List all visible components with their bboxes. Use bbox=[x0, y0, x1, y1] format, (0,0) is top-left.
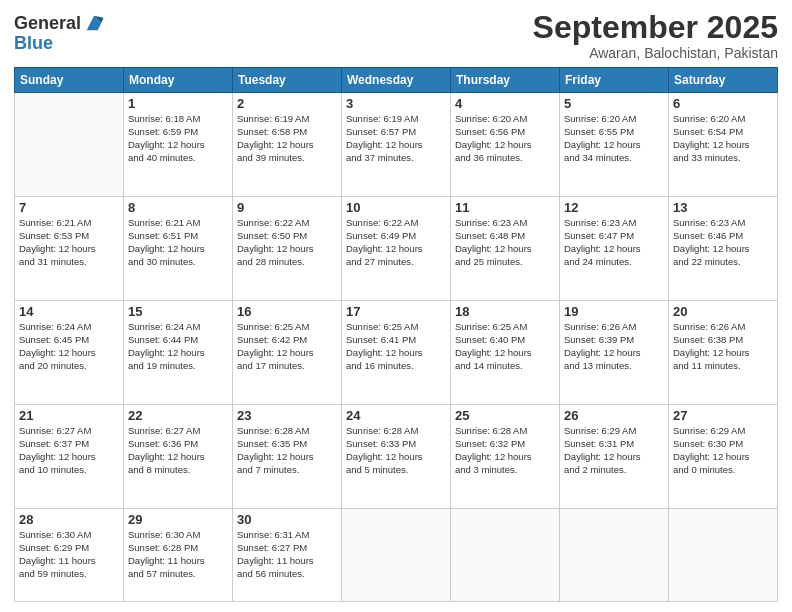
day-number: 10 bbox=[346, 200, 446, 215]
day-number: 16 bbox=[237, 304, 337, 319]
table-row: 24Sunrise: 6:28 AMSunset: 6:33 PMDayligh… bbox=[342, 405, 451, 509]
day-number: 21 bbox=[19, 408, 119, 423]
day-number: 6 bbox=[673, 96, 773, 111]
day-info: Sunrise: 6:31 AMSunset: 6:27 PMDaylight:… bbox=[237, 529, 337, 580]
page: General Blue September 2025 Awaran, Balo… bbox=[0, 0, 792, 612]
day-info: Sunrise: 6:21 AMSunset: 6:51 PMDaylight:… bbox=[128, 217, 228, 268]
calendar-header-row: Sunday Monday Tuesday Wednesday Thursday… bbox=[15, 68, 778, 93]
day-number: 11 bbox=[455, 200, 555, 215]
day-number: 27 bbox=[673, 408, 773, 423]
day-number: 12 bbox=[564, 200, 664, 215]
table-row: 13Sunrise: 6:23 AMSunset: 6:46 PMDayligh… bbox=[669, 197, 778, 301]
day-number: 30 bbox=[237, 512, 337, 527]
table-row: 6Sunrise: 6:20 AMSunset: 6:54 PMDaylight… bbox=[669, 93, 778, 197]
col-saturday: Saturday bbox=[669, 68, 778, 93]
table-row: 27Sunrise: 6:29 AMSunset: 6:30 PMDayligh… bbox=[669, 405, 778, 509]
table-row: 5Sunrise: 6:20 AMSunset: 6:55 PMDaylight… bbox=[560, 93, 669, 197]
table-row: 12Sunrise: 6:23 AMSunset: 6:47 PMDayligh… bbox=[560, 197, 669, 301]
day-info: Sunrise: 6:23 AMSunset: 6:46 PMDaylight:… bbox=[673, 217, 773, 268]
day-info: Sunrise: 6:29 AMSunset: 6:30 PMDaylight:… bbox=[673, 425, 773, 476]
day-info: Sunrise: 6:20 AMSunset: 6:54 PMDaylight:… bbox=[673, 113, 773, 164]
day-number: 22 bbox=[128, 408, 228, 423]
day-number: 8 bbox=[128, 200, 228, 215]
day-info: Sunrise: 6:23 AMSunset: 6:47 PMDaylight:… bbox=[564, 217, 664, 268]
day-number: 25 bbox=[455, 408, 555, 423]
table-row: 9Sunrise: 6:22 AMSunset: 6:50 PMDaylight… bbox=[233, 197, 342, 301]
table-row: 1Sunrise: 6:18 AMSunset: 6:59 PMDaylight… bbox=[124, 93, 233, 197]
day-number: 28 bbox=[19, 512, 119, 527]
table-row: 16Sunrise: 6:25 AMSunset: 6:42 PMDayligh… bbox=[233, 301, 342, 405]
table-row: 10Sunrise: 6:22 AMSunset: 6:49 PMDayligh… bbox=[342, 197, 451, 301]
table-row: 21Sunrise: 6:27 AMSunset: 6:37 PMDayligh… bbox=[15, 405, 124, 509]
day-info: Sunrise: 6:21 AMSunset: 6:53 PMDaylight:… bbox=[19, 217, 119, 268]
day-number: 18 bbox=[455, 304, 555, 319]
table-row: 17Sunrise: 6:25 AMSunset: 6:41 PMDayligh… bbox=[342, 301, 451, 405]
day-info: Sunrise: 6:28 AMSunset: 6:32 PMDaylight:… bbox=[455, 425, 555, 476]
table-row: 26Sunrise: 6:29 AMSunset: 6:31 PMDayligh… bbox=[560, 405, 669, 509]
location-subtitle: Awaran, Balochistan, Pakistan bbox=[533, 45, 778, 61]
day-info: Sunrise: 6:26 AMSunset: 6:38 PMDaylight:… bbox=[673, 321, 773, 372]
day-number: 14 bbox=[19, 304, 119, 319]
col-sunday: Sunday bbox=[15, 68, 124, 93]
day-number: 9 bbox=[237, 200, 337, 215]
logo-general: General bbox=[14, 14, 81, 34]
table-row: 29Sunrise: 6:30 AMSunset: 6:28 PMDayligh… bbox=[124, 509, 233, 602]
day-number: 23 bbox=[237, 408, 337, 423]
day-number: 29 bbox=[128, 512, 228, 527]
table-row: 11Sunrise: 6:23 AMSunset: 6:48 PMDayligh… bbox=[451, 197, 560, 301]
title-block: September 2025 Awaran, Balochistan, Paki… bbox=[533, 10, 778, 61]
day-info: Sunrise: 6:27 AMSunset: 6:37 PMDaylight:… bbox=[19, 425, 119, 476]
header: General Blue September 2025 Awaran, Balo… bbox=[14, 10, 778, 61]
day-number: 13 bbox=[673, 200, 773, 215]
day-info: Sunrise: 6:24 AMSunset: 6:44 PMDaylight:… bbox=[128, 321, 228, 372]
table-row: 23Sunrise: 6:28 AMSunset: 6:35 PMDayligh… bbox=[233, 405, 342, 509]
day-number: 2 bbox=[237, 96, 337, 111]
day-info: Sunrise: 6:18 AMSunset: 6:59 PMDaylight:… bbox=[128, 113, 228, 164]
logo-text: General Blue bbox=[14, 14, 105, 54]
day-info: Sunrise: 6:22 AMSunset: 6:50 PMDaylight:… bbox=[237, 217, 337, 268]
day-info: Sunrise: 6:30 AMSunset: 6:29 PMDaylight:… bbox=[19, 529, 119, 580]
table-row: 3Sunrise: 6:19 AMSunset: 6:57 PMDaylight… bbox=[342, 93, 451, 197]
logo-blue: Blue bbox=[14, 34, 105, 54]
calendar-table: Sunday Monday Tuesday Wednesday Thursday… bbox=[14, 67, 778, 602]
day-info: Sunrise: 6:28 AMSunset: 6:33 PMDaylight:… bbox=[346, 425, 446, 476]
table-row: 20Sunrise: 6:26 AMSunset: 6:38 PMDayligh… bbox=[669, 301, 778, 405]
table-row: 30Sunrise: 6:31 AMSunset: 6:27 PMDayligh… bbox=[233, 509, 342, 602]
table-row: 8Sunrise: 6:21 AMSunset: 6:51 PMDaylight… bbox=[124, 197, 233, 301]
table-row: 4Sunrise: 6:20 AMSunset: 6:56 PMDaylight… bbox=[451, 93, 560, 197]
day-info: Sunrise: 6:20 AMSunset: 6:56 PMDaylight:… bbox=[455, 113, 555, 164]
table-row: 7Sunrise: 6:21 AMSunset: 6:53 PMDaylight… bbox=[15, 197, 124, 301]
day-info: Sunrise: 6:27 AMSunset: 6:36 PMDaylight:… bbox=[128, 425, 228, 476]
day-info: Sunrise: 6:19 AMSunset: 6:57 PMDaylight:… bbox=[346, 113, 446, 164]
day-info: Sunrise: 6:19 AMSunset: 6:58 PMDaylight:… bbox=[237, 113, 337, 164]
day-number: 17 bbox=[346, 304, 446, 319]
logo: General Blue bbox=[14, 14, 105, 54]
day-info: Sunrise: 6:25 AMSunset: 6:42 PMDaylight:… bbox=[237, 321, 337, 372]
day-info: Sunrise: 6:30 AMSunset: 6:28 PMDaylight:… bbox=[128, 529, 228, 580]
day-info: Sunrise: 6:24 AMSunset: 6:45 PMDaylight:… bbox=[19, 321, 119, 372]
day-number: 15 bbox=[128, 304, 228, 319]
col-thursday: Thursday bbox=[451, 68, 560, 93]
day-number: 19 bbox=[564, 304, 664, 319]
table-row bbox=[451, 509, 560, 602]
col-friday: Friday bbox=[560, 68, 669, 93]
day-number: 20 bbox=[673, 304, 773, 319]
table-row: 15Sunrise: 6:24 AMSunset: 6:44 PMDayligh… bbox=[124, 301, 233, 405]
day-info: Sunrise: 6:22 AMSunset: 6:49 PMDaylight:… bbox=[346, 217, 446, 268]
day-info: Sunrise: 6:26 AMSunset: 6:39 PMDaylight:… bbox=[564, 321, 664, 372]
col-tuesday: Tuesday bbox=[233, 68, 342, 93]
table-row bbox=[560, 509, 669, 602]
col-monday: Monday bbox=[124, 68, 233, 93]
day-info: Sunrise: 6:25 AMSunset: 6:41 PMDaylight:… bbox=[346, 321, 446, 372]
month-title: September 2025 bbox=[533, 10, 778, 45]
table-row bbox=[15, 93, 124, 197]
day-info: Sunrise: 6:20 AMSunset: 6:55 PMDaylight:… bbox=[564, 113, 664, 164]
day-number: 3 bbox=[346, 96, 446, 111]
table-row bbox=[669, 509, 778, 602]
logo-icon bbox=[83, 12, 105, 34]
day-info: Sunrise: 6:29 AMSunset: 6:31 PMDaylight:… bbox=[564, 425, 664, 476]
table-row: 28Sunrise: 6:30 AMSunset: 6:29 PMDayligh… bbox=[15, 509, 124, 602]
table-row: 2Sunrise: 6:19 AMSunset: 6:58 PMDaylight… bbox=[233, 93, 342, 197]
day-number: 5 bbox=[564, 96, 664, 111]
table-row: 19Sunrise: 6:26 AMSunset: 6:39 PMDayligh… bbox=[560, 301, 669, 405]
